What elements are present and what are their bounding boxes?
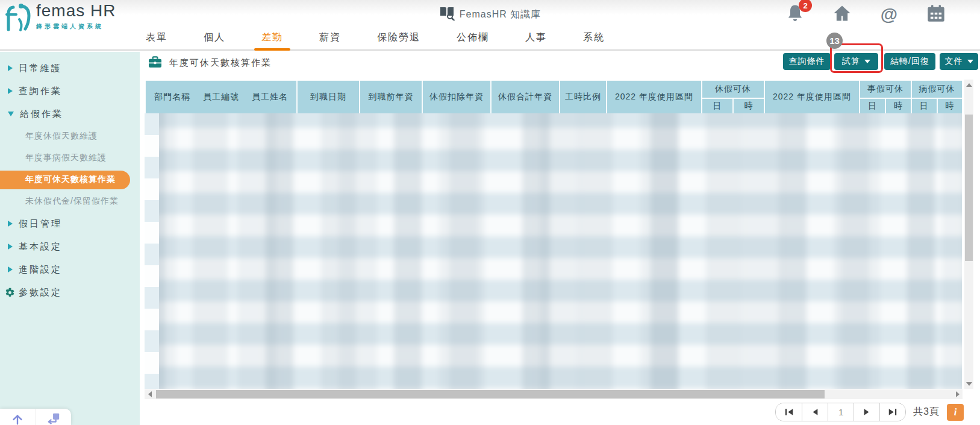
arrow-down-icon (966, 382, 972, 386)
sidebar-item-unused-leave-compensation[interactable]: 未休假代金/保留假作業 (0, 190, 140, 212)
column-header-personal-leave-available[interactable]: 事假可休 (860, 80, 911, 98)
column-header-hire-date[interactable]: 到職日期 (297, 80, 360, 114)
notifications-button[interactable]: 2 (784, 4, 806, 25)
column-header-employee-group[interactable]: 部門名稱 員工編號 員工姓名 (145, 80, 297, 114)
scroll-down-button[interactable] (964, 379, 973, 389)
next-page-button[interactable] (854, 403, 879, 421)
book-search-icon (439, 6, 455, 23)
column-header-emp-no: 員工編號 (203, 92, 239, 102)
sidebar-item-annual-available-days-calculation[interactable]: 年度可休天數核算作業 (0, 169, 140, 190)
page-header: 年度可休天數核算作業 (148, 55, 272, 71)
transfer-restore-button[interactable]: 結轉/回復 (884, 53, 935, 70)
last-page-button[interactable] (879, 403, 905, 421)
trial-calculation-button[interactable]: 試算 (834, 53, 878, 70)
scroll-left-button[interactable] (145, 389, 155, 399)
arrow-left-icon (148, 391, 152, 397)
scroll-top-button[interactable] (0, 409, 36, 425)
chevron-right-icon (8, 65, 13, 71)
nav-item-bulletin[interactable]: 公佈欄 (455, 25, 490, 49)
annotation-step-badge: 13 (826, 33, 843, 49)
chevron-down-icon (864, 60, 870, 63)
column-header-sick-leave-available[interactable]: 病假可休 (911, 80, 963, 98)
nav-item-attendance[interactable]: 差勤 (260, 25, 284, 49)
sidebar-item-query-operations[interactable]: 查詢作業 (0, 80, 140, 102)
frozen-left-column (145, 113, 159, 389)
page-title: 年度可休天數核算作業 (169, 57, 272, 69)
calendar-icon (926, 4, 946, 25)
sidebar-item-basic-settings[interactable]: 基本設定 (0, 235, 140, 258)
document-button[interactable]: 文件 (940, 53, 978, 70)
femas-hr-app: femas HR 鋒形雲端人資系統 FemasHR 知識庫 (0, 0, 980, 425)
active-item-pill: 年度可休天數核算作業 (0, 171, 130, 189)
sidebar-item-leave-granting[interactable]: 給假作業 (0, 102, 140, 125)
column-header-usage-period-1[interactable]: 2022 年度使用區間 (607, 80, 702, 114)
calendar-button[interactable] (925, 4, 947, 25)
subcolumn-sick-hour[interactable]: 時 (937, 98, 963, 114)
pagination-bar: 1 共3頁 i (775, 403, 964, 421)
home-button[interactable] (831, 4, 853, 25)
sidebar-item-annual-leave-days-maintenance[interactable]: 年度休假天數維護 (0, 125, 140, 147)
subcolumn-annual-hour[interactable]: 時 (733, 98, 764, 114)
horizontal-scrollbar[interactable] (145, 389, 963, 399)
nav-item-system[interactable]: 系統 (582, 25, 606, 49)
sidebar-item-daily-maintenance[interactable]: 日常維護 (0, 57, 140, 80)
logo-subtitle: 鋒形雲端人資系統 (36, 22, 116, 31)
subcolumn-sick-day[interactable]: 日 (911, 98, 937, 114)
collapse-arrow-icon (46, 412, 61, 425)
nav-item-payroll[interactable]: 薪資 (318, 25, 342, 49)
sidebar-item-annual-personal-sick-days-maintenance[interactable]: 年度事病假天數維護 (0, 147, 140, 169)
nav-item-insurance-pension[interactable]: 保險勞退 (376, 25, 422, 49)
column-header-work-hour-ratio[interactable]: 工時比例 (560, 80, 607, 114)
top-icon-bar: 2 @ (784, 4, 947, 25)
sidebar-item-advanced-settings[interactable]: 進階設定 (0, 258, 140, 281)
chevron-right-icon (8, 221, 13, 227)
subcolumn-personal-hour[interactable]: 時 (885, 98, 911, 114)
current-page-field[interactable]: 1 (828, 403, 854, 421)
gear-icon (5, 288, 15, 298)
column-header-annual-leave-available[interactable]: 休假可休 (702, 80, 764, 98)
vertical-scroll-thumb[interactable] (965, 115, 973, 261)
data-grid-body-blurred[interactable] (145, 113, 962, 389)
scroll-up-button[interactable] (964, 80, 973, 90)
sidebar-item-parameter-settings[interactable]: 參數設定 (0, 281, 140, 304)
query-conditions-button[interactable]: 查詢條件 (783, 53, 831, 70)
chevron-down-icon (8, 112, 14, 116)
first-page-icon (784, 408, 794, 417)
pager: 1 (775, 403, 906, 421)
first-page-button[interactable] (776, 403, 802, 421)
last-page-icon (888, 408, 897, 417)
subcolumn-personal-day[interactable]: 日 (860, 98, 885, 114)
vertical-scrollbar[interactable] (964, 80, 973, 389)
column-header-pre-hire-seniority[interactable]: 到職前年資 (360, 80, 422, 114)
chevron-right-icon (8, 266, 13, 272)
subcolumn-annual-day[interactable]: 日 (702, 98, 733, 114)
briefcase-icon (148, 55, 162, 71)
next-page-icon (863, 408, 871, 417)
nav-item-forms[interactable]: 表單 (145, 25, 169, 49)
at-icon: @ (881, 5, 897, 25)
info-button[interactable]: i (947, 404, 964, 421)
scroll-right-button[interactable] (952, 389, 963, 399)
horizontal-scroll-thumb[interactable] (156, 390, 825, 398)
total-pages-label: 共3頁 (913, 406, 940, 418)
home-icon (832, 4, 852, 25)
chevron-down-icon (967, 60, 973, 63)
column-header-leave-deduct-seniority[interactable]: 休假扣除年資 (422, 80, 491, 114)
data-grid-header: 部門名稱 員工編號 員工姓名 到職日期 到職前年資 休假扣除年資 休假合計年資 … (145, 80, 962, 115)
collapse-sidebar-button[interactable] (36, 409, 72, 425)
blurred-rows (145, 113, 962, 389)
nav-item-hr[interactable]: 人事 (524, 25, 548, 49)
mention-button[interactable]: @ (878, 4, 900, 25)
prev-page-icon (811, 408, 819, 417)
sidebar-footer-panel (0, 409, 71, 425)
column-header-usage-period-2[interactable]: 2022 年度使用區間 (764, 80, 860, 114)
sidebar: 日常維護查詢作業給假作業年度休假天數維護年度事病假天數維護年度可休天數核算作業未… (0, 52, 140, 425)
chevron-right-icon (8, 88, 13, 94)
knowledge-base-label: FemasHR 知識庫 (460, 8, 541, 21)
nav-item-personal[interactable]: 個人 (202, 25, 226, 49)
prev-page-button[interactable] (802, 403, 828, 421)
column-header-leave-total-seniority[interactable]: 休假合計年資 (491, 80, 560, 114)
arrow-up-icon (11, 412, 24, 425)
column-header-emp-name: 員工姓名 (252, 92, 288, 102)
sidebar-item-holiday-management[interactable]: 假日管理 (0, 212, 140, 235)
